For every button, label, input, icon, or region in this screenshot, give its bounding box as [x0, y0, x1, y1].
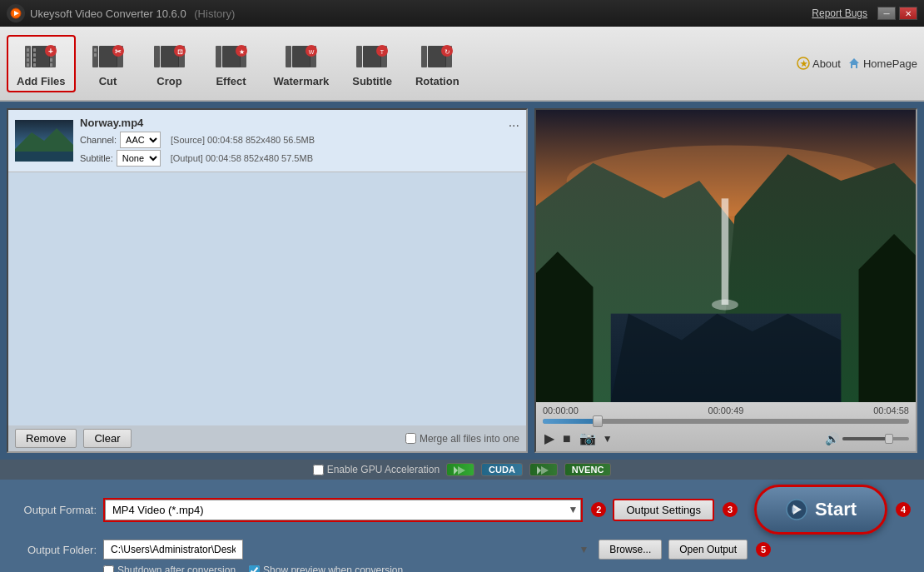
gpu-checkbox[interactable] [313, 465, 324, 475]
nvidia-badge-right [529, 463, 558, 476]
svg-rect-55 [15, 152, 73, 162]
preview-panel: 00:00:00 00:00:49 00:04:58 ▶ ■ 📷 ▼ 🔊 [534, 108, 917, 453]
clear-button[interactable]: Clear [83, 429, 131, 448]
svg-rect-4 [27, 53, 29, 57]
remove-button[interactable]: Remove [15, 429, 77, 448]
title-bar: Ukeysoft Video Converter 10.6.0 (History… [0, 0, 924, 27]
about-link[interactable]: ★ About [797, 57, 841, 70]
merge-label: Merge all files into one [420, 433, 519, 445]
subtitle-row: Subtitle: None [Output] 00:04:58 852x480… [80, 150, 519, 167]
cut-button[interactable]: ✂ Cut [79, 35, 137, 92]
svg-rect-31 [216, 46, 221, 67]
preview-controls: 00:00:00 00:00:49 00:04:58 ▶ ■ 📷 ▼ 🔊 [536, 402, 916, 451]
progress-fill [543, 419, 598, 424]
svg-rect-26 [154, 46, 160, 67]
file-name: Norway.mp4 [80, 117, 143, 129]
subtitle-button[interactable]: T Subtitle [342, 35, 402, 92]
svg-text:✂: ✂ [115, 47, 122, 56]
window-controls: ─ ✕ [877, 7, 917, 20]
gpu-checkbox-row: Enable GPU Acceleration [313, 464, 440, 475]
svg-rect-8 [33, 48, 36, 52]
shutdown-text: Shutdown after conversion [117, 565, 236, 572]
volume-row: 🔊 [825, 432, 909, 445]
add-files-label: Add Files [17, 75, 66, 87]
format-label: Output Format: [13, 504, 97, 516]
time-start: 00:00:00 [543, 405, 579, 415]
channel-row: Channel: AAC [Source] 00:04:58 852x480 5… [80, 132, 519, 148]
close-button[interactable]: ✕ [899, 7, 917, 20]
settings-bar: Enable GPU Acceleration CUDA NVENC [0, 460, 924, 480]
volume-thumb[interactable] [885, 434, 893, 444]
merge-checkbox[interactable] [405, 433, 416, 444]
svg-rect-20 [94, 48, 97, 52]
shutdown-checkbox[interactable] [103, 565, 114, 572]
add-files-icon: + [24, 40, 57, 73]
channel-label: Channel: [80, 135, 117, 145]
camera-button[interactable]: 📷 [578, 429, 598, 448]
crop-button[interactable]: ⊡ Crop [141, 35, 199, 92]
svg-point-61 [712, 300, 738, 311]
open-output-button[interactable]: Open Output [668, 540, 748, 560]
preview-checkbox[interactable] [249, 565, 260, 572]
format-num-badge: 2 [591, 502, 606, 517]
camera-dropdown[interactable]: ▼ [603, 433, 613, 445]
effect-button[interactable]: ★ Effect [202, 35, 261, 92]
output-settings-button[interactable]: Output Settings [613, 499, 714, 521]
preview-label: Show preview when conversion [249, 565, 403, 572]
stop-button[interactable]: ■ [561, 430, 573, 448]
homepage-link[interactable]: HomePage [847, 57, 917, 70]
report-bugs-link[interactable]: Report Bugs [812, 7, 867, 19]
toolbar-right: ★ About HomePage [797, 57, 917, 70]
svg-marker-63 [611, 314, 842, 402]
crop-label: Crop [156, 75, 181, 87]
file-more-button[interactable]: ... [509, 115, 519, 130]
folder-num-badge: 5 [756, 542, 771, 557]
cuda-badge: CUDA [481, 463, 523, 476]
cut-icon: ✂ [92, 40, 125, 73]
volume-track[interactable] [842, 437, 909, 440]
app-title: Ukeysoft Video Converter 10.6.0 (History… [30, 7, 812, 20]
effect-icon: ★ [215, 40, 248, 73]
svg-rect-21 [94, 53, 97, 57]
ctrl-row: ▶ ■ 📷 ▼ 🔊 [543, 429, 909, 448]
cut-label: Cut [99, 75, 117, 87]
play-button[interactable]: ▶ [543, 429, 556, 448]
svg-text:T: T [380, 49, 385, 55]
subtitle-label: Subtitle: [80, 153, 113, 163]
crop-icon: ⊡ [153, 40, 186, 73]
subtitle-label: Subtitle [352, 75, 392, 87]
channel-select[interactable]: AAC [120, 132, 161, 148]
rotation-button[interactable]: ↻ Rotation [405, 35, 469, 92]
svg-text:★: ★ [799, 59, 807, 68]
subtitle-select[interactable]: None [117, 150, 161, 167]
folder-input[interactable] [103, 540, 243, 560]
start-label: Start [815, 499, 857, 520]
watermark-button[interactable]: W Watermark [264, 35, 340, 92]
folder-dropdown-icon[interactable]: ▼ [579, 544, 589, 555]
folder-label: Output Folder: [13, 544, 97, 556]
file-thumbnail [15, 120, 73, 162]
volume-icon: 🔊 [825, 432, 839, 445]
minimize-button[interactable]: ─ [877, 7, 896, 20]
preview-text: Show preview when conversion [263, 565, 403, 572]
settings-num-badge: 3 [723, 502, 738, 517]
rotation-label: Rotation [415, 75, 460, 87]
browse-button[interactable]: Browse... [599, 540, 662, 560]
svg-rect-41 [356, 46, 362, 67]
format-select[interactable]: MP4 Video (*.mp4) [105, 500, 581, 520]
shutdown-label: Shutdown after conversion [103, 565, 236, 572]
svg-text:W: W [309, 49, 315, 55]
svg-rect-46 [421, 46, 427, 67]
source-meta: [Source] 00:04:58 852x480 56.5MB [171, 135, 315, 145]
progress-track[interactable] [543, 419, 909, 424]
add-files-button[interactable]: + Add Files [7, 35, 76, 92]
merge-checkbox-row: Merge all files into one [405, 433, 519, 445]
file-item: Norway.mp4 ... Channel: AAC [Source] 00:… [8, 110, 526, 172]
svg-text:⊡: ⊡ [176, 48, 182, 56]
start-button[interactable]: Start [754, 485, 887, 535]
start-icon [785, 498, 808, 521]
toolbar: + Add Files ✂ Cut ⊡ [0, 27, 924, 102]
progress-thumb[interactable] [593, 415, 603, 427]
app-logo [7, 4, 25, 22]
volume-fill [842, 437, 889, 440]
